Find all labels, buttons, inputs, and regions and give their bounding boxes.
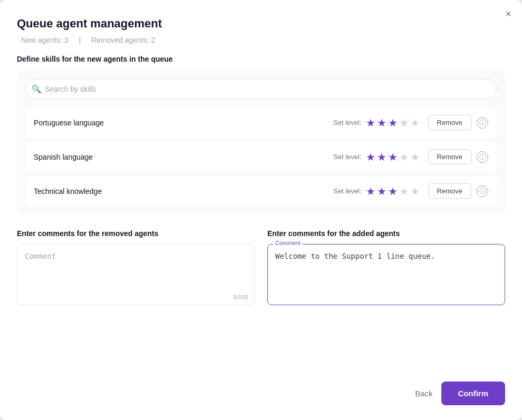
removed-agents-text: Removed agents: 2 [91,36,155,44]
comment-added-wrapper: Comment Welcome to the Support 1 line qu… [267,244,505,305]
set-level-label: Set level: [333,119,361,126]
comment-added-block: Enter comments for the added agents Comm… [267,229,505,305]
info-icon[interactable]: ⓘ [477,185,488,197]
skill-row: Portuguese language Set level: ★ ★ ★ ★ ★… [25,108,497,138]
comment-added-textarea[interactable]: Welcome to the Support 1 line queue. [268,245,505,302]
star-5[interactable]: ★ [410,185,420,198]
skill-name: Portuguese language [34,119,333,127]
stars-row: ★ ★ ★ ★ ★ [366,151,420,163]
close-button[interactable]: × [505,8,511,19]
remove-button[interactable]: Remove [428,149,471,164]
char-count: 0/100 [233,294,248,300]
star-1[interactable]: ★ [366,151,375,163]
comment-removed-title: Enter comments for the removed agents [17,229,255,238]
search-input[interactable] [25,79,497,99]
star-3[interactable]: ★ [388,185,398,198]
star-3[interactable]: ★ [388,116,398,129]
modal-container: × Queue agent management New agents: 3 |… [0,0,522,420]
set-level-label: Set level: [333,187,361,195]
skill-row: Spanish language Set level: ★ ★ ★ ★ ★ Re… [25,142,497,172]
remove-button[interactable]: Remove [428,183,471,199]
set-level-label: Set level: [333,153,361,161]
comment-removed-wrapper: 0/100 [17,244,255,305]
star-1[interactable]: ★ [366,185,375,198]
modal-subtitle: New agents: 3 | Removed agents: 2 [17,36,505,44]
confirm-button[interactable]: Confirm [441,382,506,405]
comment-removed-textarea[interactable] [17,245,254,302]
star-4[interactable]: ★ [399,116,409,129]
star-2[interactable]: ★ [377,116,386,129]
stars-row: ★ ★ ★ ★ ★ [366,116,420,129]
stars-row: ★ ★ ★ ★ ★ [366,185,420,198]
star-3[interactable]: ★ [388,151,398,163]
star-4[interactable]: ★ [399,151,409,163]
search-wrapper: 🔍 [25,79,497,99]
star-1[interactable]: ★ [366,116,375,129]
footer: Back Confirm [17,382,505,405]
comment-removed-block: Enter comments for the removed agents 0/… [17,229,255,305]
star-2[interactable]: ★ [377,151,386,163]
back-button[interactable]: Back [415,389,432,398]
skill-name: Technical knowledge [34,187,333,196]
search-icon: 🔍 [32,84,42,94]
comment-float-label: Comment [273,240,303,246]
separator: | [79,36,81,44]
skills-section-label: Define skills for the new agents in the … [17,55,505,63]
skills-container: 🔍 Portuguese language Set level: ★ ★ ★ ★… [17,71,505,214]
comment-added-title: Enter comments for the added agents [267,229,505,238]
star-2[interactable]: ★ [377,185,386,198]
star-5[interactable]: ★ [410,116,420,129]
info-icon[interactable]: ⓘ [477,117,488,129]
modal-title: Queue agent management [17,17,505,31]
star-4[interactable]: ★ [399,185,409,198]
remove-button[interactable]: Remove [428,115,471,130]
star-5[interactable]: ★ [410,151,420,163]
new-agents-text: New agents: 3 [21,36,69,44]
skill-name: Spanish language [34,153,333,161]
skill-row: Technical knowledge Set level: ★ ★ ★ ★ ★… [25,176,497,206]
info-icon[interactable]: ⓘ [477,151,488,163]
comments-section: Enter comments for the removed agents 0/… [17,229,505,305]
